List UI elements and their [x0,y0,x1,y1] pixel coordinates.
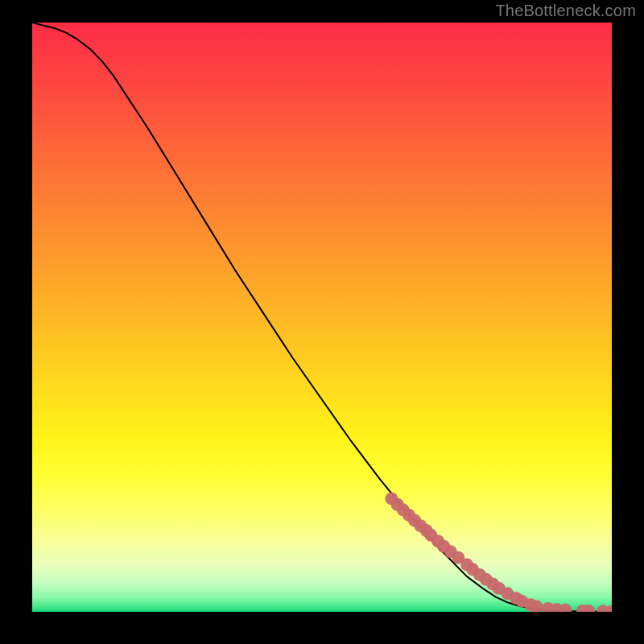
plot-area [32,23,612,612]
gradient-background [32,23,612,612]
watermark-text: TheBottleneck.com [495,2,636,20]
chart-svg [32,23,612,612]
chart-frame: TheBottleneck.com [0,0,644,644]
